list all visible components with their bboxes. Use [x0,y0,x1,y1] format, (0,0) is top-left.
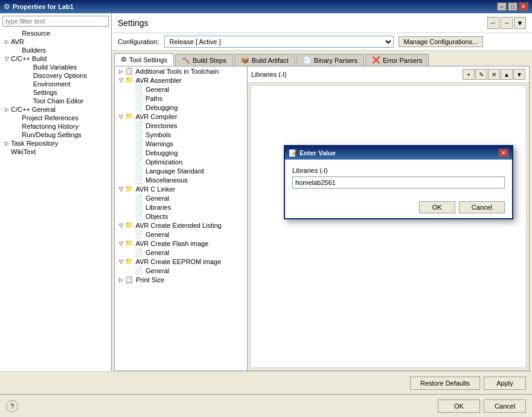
tab-icon-binary-parsers: 📄 [303,56,312,64]
sidebar-item-project-references[interactable]: Project References [0,114,111,122]
tab-label-tool-settings: Tool Settings [129,56,167,63]
sidebar-item-cpp-general[interactable]: ▷C/C++ General [0,105,111,114]
sidebar-item-wikitext[interactable]: WikiText [0,147,111,156]
tool-tree-item[interactable]: ▽📁 AVR Create EEPROM image [115,257,247,266]
tab-build-steps[interactable]: 🔨Build Steps [175,54,233,66]
tool-tree-item[interactable]: ▽📁 AVR Create Flash image [115,239,247,248]
config-select[interactable]: Release [ Active ] [164,36,394,48]
libraries-toolbar: + ✎ ✕ ▲ ▼ [463,69,525,80]
sidebar-item-cpp-build[interactable]: ▽C/C++ Build [0,54,111,63]
tab-label-build-steps: Build Steps [193,57,226,64]
forward-button[interactable]: → [501,17,513,29]
sidebar-item-discovery-options[interactable]: Discovery Options [0,71,111,80]
tool-tree-item[interactable]: 📄 Directories [115,121,247,130]
tree-item-label: AVR C Linker [134,186,175,193]
close-button[interactable]: ✕ [519,2,528,11]
apply-button[interactable]: Apply [484,377,526,390]
tool-tree-item[interactable]: ▽📁 AVR Compiler [115,112,247,121]
tool-tree-item[interactable]: 📄 General [115,266,247,275]
move-down-button[interactable]: ▼ [513,69,525,80]
status-bar: ? OK Cancel [0,394,532,417]
dialog-input[interactable] [292,176,505,189]
move-up-button[interactable]: ▲ [501,69,513,80]
tool-tree-item[interactable]: ▽📁 AVR Create Extended Listing [115,221,247,230]
sidebar-item-run-debug-settings[interactable]: Run/Debug Settings [0,131,111,139]
tree-item-icon: 📄 [134,194,144,202]
ok-button[interactable]: OK [438,399,480,413]
sidebar-item-environment[interactable]: Environment [0,80,111,88]
sidebar-item-avr[interactable]: ▷AVR [0,37,111,46]
maximize-button[interactable]: □ [508,2,518,11]
tree-expander: ▽ [117,77,124,83]
dialog-ok-button[interactable]: OK [419,201,455,213]
tree-item-label: Debugging [144,149,178,157]
minimize-button[interactable]: ─ [497,2,507,11]
sidebar-tree: Resource▷AVR Builders▽C/C++ Build Build … [0,29,111,371]
manage-configurations-button[interactable]: Manage Configurations... [399,36,484,47]
tree-item-icon: 📄 [134,131,144,138]
tree-item-label: Libraries [144,204,171,211]
help-button[interactable]: ? [6,400,18,412]
tree-item-label: Warnings [144,140,173,147]
sidebar-item-refactoring-history[interactable]: Refactoring History [0,122,111,131]
tree-expander [127,195,134,201]
tool-tree-item[interactable]: ▷📋 Print Size [115,275,247,284]
dialog-titlebar: 📝 Enter Value ✕ [285,146,512,160]
add-lib-button[interactable]: + [463,69,475,80]
cancel-button[interactable]: Cancel [484,399,526,413]
dialog-footer: OK Cancel [285,196,512,218]
tree-expander: ▽ [117,186,124,192]
tool-tree-item[interactable]: 📄 General [115,85,247,94]
sidebar-item-builders[interactable]: Builders [0,46,111,54]
tab-icon-build-steps: 🔨 [182,56,190,64]
sidebar-item-build-variables[interactable]: Build Variables [0,63,111,71]
tree-expander [127,132,134,138]
sidebar-item-resource[interactable]: Resource [0,29,111,37]
title-bar: ⚙ Properties for Lab1 ─ □ ✕ [0,0,532,13]
sidebar-item-task-repository[interactable]: ▷Task Repository [0,139,111,147]
restore-defaults-button[interactable]: Restore Defaults [410,377,480,390]
tool-tree-item[interactable]: 📄 Paths [115,94,247,103]
tool-tree-item[interactable]: 📄 Symbols [115,130,247,139]
settings-title: Settings [118,18,149,28]
tree-item-icon: 📄 [134,212,144,220]
tool-tree-item[interactable]: ▽📁 AVR Assembler [115,76,247,85]
back-button[interactable]: ← [487,17,499,29]
sidebar-item-settings[interactable]: Settings [0,88,111,97]
tree-item-label: Symbols [144,131,171,138]
menu-button[interactable]: ▼ [514,17,526,29]
tool-tree-item[interactable]: 📄 Warnings [115,139,247,148]
libraries-list[interactable] [250,85,527,368]
tool-tree-item[interactable]: 📄 Debugging [115,148,247,157]
tool-tree-item[interactable]: ▽📁 AVR C Linker [115,184,247,193]
tree-item-icon: 📁 [124,112,134,120]
dialog-close-button[interactable]: ✕ [499,149,508,157]
tab-error-parsers[interactable]: ❌Error Parsers [365,54,429,66]
tool-tree-item[interactable]: 📄 Language Standard [115,166,247,175]
tool-tree-item[interactable]: 📄 General [115,230,247,239]
tab-binary-parsers[interactable]: 📄Binary Parsers [296,54,364,66]
delete-lib-button[interactable]: ✕ [488,69,500,80]
tool-tree-item[interactable]: 📄 Debugging [115,103,247,112]
tab-build-artifact[interactable]: 📦Build Artifact [234,54,295,66]
sidebar-item-toolchain-editor[interactable]: Tool Chain Editor [0,97,111,105]
tool-tree-item[interactable]: 📄 General [115,193,247,202]
filter-input[interactable] [2,16,109,27]
tree-expander [127,177,134,183]
tab-tool-settings[interactable]: ⚙Tool Settings [114,53,174,66]
tool-tree-item[interactable]: ▷📋 Additional Tools in Toolchain [115,66,247,76]
tool-tree-item[interactable]: 📄 Objects [115,212,247,221]
config-label: Configuration: [118,38,159,45]
tree-expander [127,250,134,256]
tool-tree-panel: ▷📋 Additional Tools in Toolchain▽📁 AVR A… [115,66,248,370]
tool-tree-item[interactable]: 📄 Libraries [115,202,247,212]
tool-tree-item[interactable]: 📄 Miscellaneous [115,175,247,184]
tree-item-icon: 📄 [134,267,144,274]
tree-expander [127,150,134,156]
tree-item-icon: 📋 [124,276,134,283]
tool-tree-item[interactable]: 📄 Optimization [115,157,247,166]
tree-expander [127,123,134,129]
tool-tree-item[interactable]: 📄 General [115,248,247,257]
edit-lib-button[interactable]: ✎ [475,69,487,80]
dialog-cancel-button[interactable]: Cancel [459,201,505,213]
